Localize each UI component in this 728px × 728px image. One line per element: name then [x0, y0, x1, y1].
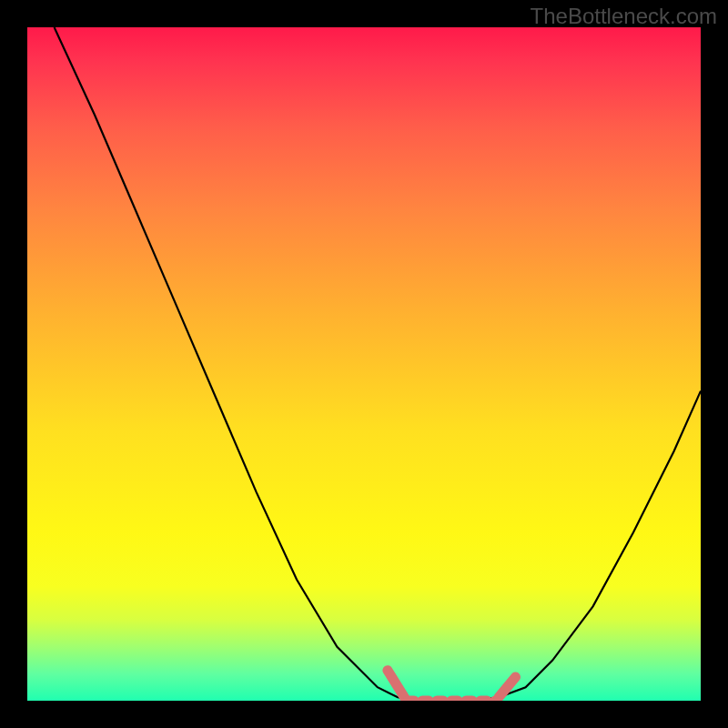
chart-highlight-right [499, 677, 516, 697]
watermark-text: TheBottleneck.com [531, 4, 717, 29]
chart-curve [55, 27, 701, 701]
chart-plot-area [27, 27, 701, 701]
chart-svg [27, 27, 701, 701]
